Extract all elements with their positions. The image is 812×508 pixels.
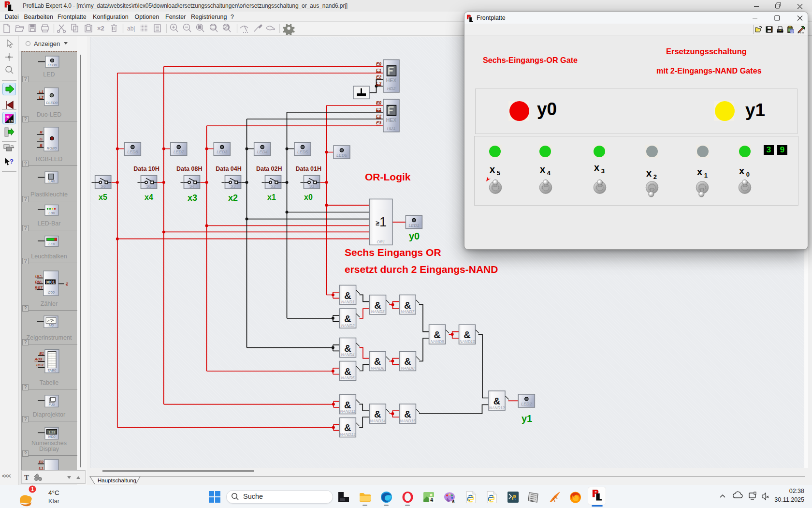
svg-text:6: 6	[452, 499, 454, 504]
svg-text:LA0: LA0	[48, 179, 55, 183]
svg-text:LED4: LED4	[257, 149, 268, 154]
svg-text:x4: x4	[145, 193, 153, 201]
svg-text:OR1: OR1	[377, 240, 385, 244]
svg-text:×2: ×2	[97, 25, 104, 32]
svg-text:NAND12: NAND12	[489, 406, 505, 410]
svg-text:Hauptschaltung: Hauptschaltung	[98, 478, 136, 483]
svg-text:Add↓: Add↓	[34, 357, 44, 361]
svg-text:UP↓: UP↓	[35, 274, 43, 278]
svg-text:Sechs Eingangs OR: Sechs Eingangs OR	[345, 247, 441, 258]
svg-text:y1: y1	[522, 413, 532, 424]
svg-text:HI: HI	[6, 115, 9, 119]
svg-text:x2: x2	[228, 193, 238, 203]
svg-text:y0: y0	[409, 231, 420, 241]
svg-text:RST: RST	[36, 363, 44, 367]
svg-text:LB0: LB0	[48, 211, 55, 215]
svg-text:NAND2: NAND2	[341, 324, 355, 328]
svg-text:LED8: LED8	[127, 149, 138, 154]
svg-text:NAND9: NAND9	[431, 340, 444, 344]
svg-text:&: &	[374, 356, 381, 367]
svg-text:Anzeigen: Anzeigen	[34, 40, 60, 47]
svg-text:T: T	[24, 474, 29, 481]
svg-text:FJ0: FJ0	[49, 403, 55, 407]
svg-text:ersetzt durch 2 Eingangs-NAND: ersetzt durch 2 Eingangs-NAND	[345, 264, 498, 275]
svg-text:&: &	[344, 343, 351, 354]
svg-text:NAND15: NAND15	[400, 419, 416, 423]
svg-text:DLED0: DLED0	[46, 101, 58, 105]
svg-text:1.23: 1.23	[48, 431, 55, 434]
svg-text:4: 4	[430, 497, 433, 503]
svg-text:E1: E1	[376, 68, 381, 73]
svg-text:S2: S2	[270, 184, 276, 189]
svg-text:S3: S3	[230, 184, 235, 189]
svg-text:C00: C00	[48, 290, 55, 295]
svg-text:R: R	[40, 130, 43, 134]
svg-text:E0: E0	[376, 100, 381, 105]
svg-text:NAND10: NAND10	[459, 340, 475, 344]
svg-text:NAND14: NAND14	[370, 419, 386, 423]
svg-text:&: &	[493, 396, 500, 406]
svg-text:&: &	[464, 329, 470, 340]
svg-text:ab|: ab|	[127, 25, 135, 32]
svg-text:E2: E2	[376, 114, 381, 119]
svg-text:E2: E2	[376, 75, 381, 79]
svg-text:Data 08H: Data 08H	[176, 165, 203, 172]
svg-text:x3: x3	[188, 193, 197, 203]
svg-text:E3: E3	[376, 120, 381, 125]
svg-text:NAND3: NAND3	[371, 310, 385, 314]
svg-text:LED0: LED0	[48, 63, 58, 67]
svg-text:Z: Z	[65, 282, 69, 286]
svg-text:x0: x0	[304, 193, 313, 201]
svg-text:Data 10H: Data 10H	[133, 165, 160, 172]
svg-text:E0: E0	[376, 61, 381, 66]
svg-text:&: &	[374, 300, 381, 311]
svg-text:RGB0: RGB0	[47, 146, 57, 150]
svg-text:NAND7: NAND7	[401, 310, 414, 314]
svg-text:E1: E1	[39, 466, 44, 470]
svg-text:&: &	[344, 422, 351, 433]
svg-text:HEX: HEX	[386, 117, 397, 123]
svg-text:x5: x5	[99, 193, 107, 201]
svg-text:HD2: HD2	[387, 86, 396, 91]
svg-text:S4: S4	[189, 184, 194, 189]
svg-text:x1: x1	[267, 193, 276, 201]
svg-text:&: &	[404, 356, 411, 367]
svg-text:LE0: LE0	[48, 242, 55, 246]
svg-text:LED3: LED3	[217, 149, 227, 154]
svg-text:NAND6: NAND6	[371, 366, 384, 371]
svg-text:L2: L2	[39, 95, 44, 100]
svg-text:NAND4: NAND4	[341, 353, 355, 357]
svg-text:?: ?	[10, 158, 14, 165]
svg-text:&: &	[344, 400, 351, 410]
svg-text:HEX: HEX	[386, 77, 397, 83]
svg-text:ND0: ND0	[48, 434, 56, 439]
svg-text:OR-Logik: OR-Logik	[365, 171, 411, 182]
svg-text:LED1: LED1	[408, 223, 419, 228]
svg-text:S6: S6	[101, 184, 106, 189]
svg-text:LED7: LED7	[174, 149, 185, 154]
svg-text:NAND5: NAND5	[341, 376, 355, 380]
svg-text:Data 04H: Data 04H	[216, 165, 242, 172]
svg-text:E1: E1	[39, 351, 44, 356]
svg-text:M0: M0	[49, 323, 54, 328]
svg-text:&: &	[404, 300, 411, 311]
svg-text:G: G	[40, 137, 43, 141]
svg-text:S5: S5	[146, 184, 152, 189]
svg-text:0001: 0001	[46, 280, 55, 284]
svg-text:E3: E3	[376, 81, 381, 86]
svg-text:&: &	[344, 290, 351, 301]
svg-text:Data 02H: Data 02H	[256, 165, 282, 172]
svg-text:1: 1	[379, 215, 387, 229]
svg-text:S1: S1	[309, 184, 314, 189]
svg-text:L1: L1	[39, 90, 44, 94]
svg-text:NAND11: NAND11	[340, 409, 355, 414]
svg-text:Data 01H: Data 01H	[296, 165, 322, 172]
svg-text:E1: E1	[376, 107, 381, 112]
svg-text:HD1: HD1	[387, 126, 396, 131]
svg-text:E0: E0	[39, 460, 44, 464]
svg-text:LED5: LED5	[297, 149, 308, 154]
svg-text:LED6: LED6	[336, 153, 347, 158]
svg-text:&: &	[374, 409, 381, 419]
svg-text:LED2: LED2	[521, 402, 532, 406]
svg-text:B: B	[40, 143, 43, 148]
